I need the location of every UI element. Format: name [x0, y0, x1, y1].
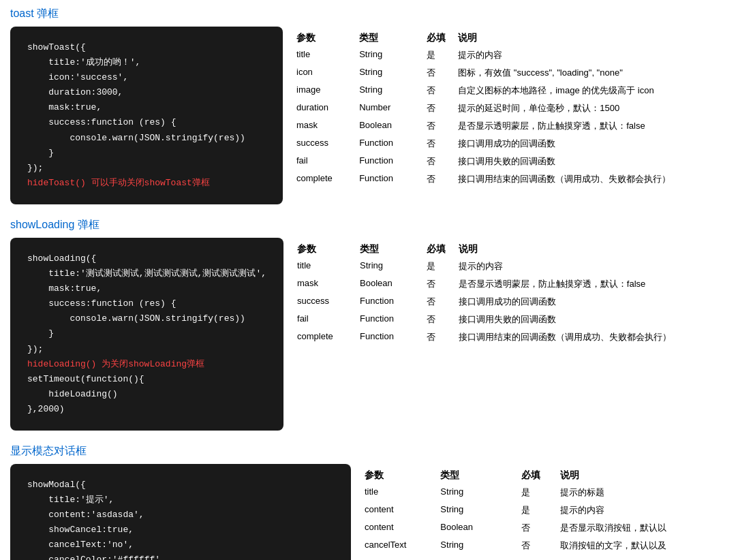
table-row: cancelText String 否 取消按钮的文字，默认以及: [365, 537, 728, 555]
param-type: String: [440, 484, 521, 501]
table-row: title String 是 提示的内容: [296, 46, 728, 64]
loading-settimeout-3: },2000): [27, 402, 266, 417]
param-name: cancelText: [365, 537, 440, 555]
toast-code-line-1: showToast({: [27, 40, 266, 55]
param-required: 否: [427, 328, 459, 346]
param-desc: 接口调用结束的回调函数（调用成功、失败都会执行）: [459, 328, 728, 346]
loading-code-line-1: showLoading({: [27, 251, 266, 266]
param-desc: 提示的标题: [560, 484, 728, 501]
param-name: content: [365, 501, 440, 519]
loading-code-block: showLoading({ title:'测试测试测试,测试测试测试,测试测试测…: [10, 238, 283, 431]
toast-code-line-6: success:function (res) {: [27, 115, 266, 130]
param-desc: 是否显示取消按钮，默认以: [560, 519, 728, 537]
table-row: title String 是 提示的标题: [365, 484, 728, 501]
param-name: mask: [297, 275, 360, 293]
param-type: Boolean: [359, 117, 426, 135]
param-desc: 接口调用失败的回调函数: [459, 311, 728, 328]
modal-col-type: 类型: [440, 467, 521, 484]
toast-code-line-8: }: [27, 146, 266, 161]
param-required: 否: [521, 537, 559, 555]
modal-code-line-4: showCancel:true,: [27, 523, 334, 538]
param-desc: 是否显示透明蒙层，防止触摸穿透，默认：false: [458, 117, 728, 135]
table-row: mask Boolean 否 是否显示透明蒙层，防止触摸穿透，默认：false: [297, 275, 728, 293]
modal-section: 显示模态对话框 showModal({ title:'提示', content:…: [10, 444, 728, 560]
param-name: duration: [296, 99, 359, 117]
param-required: 否: [427, 293, 459, 311]
param-desc: 提示的内容: [560, 501, 728, 519]
param-desc: 提示的内容: [459, 258, 728, 275]
param-type: Function: [360, 293, 427, 311]
table-row: complete Function 否 接口调用结束的回调函数（调用成功、失败都…: [296, 170, 728, 188]
modal-col-required: 必填: [521, 467, 559, 484]
param-required: 否: [427, 64, 459, 82]
modal-table-area: 参数 类型 必填 说明 title String 是 提示的标题 content: [365, 464, 728, 560]
loading-section: showLoading 弹框 showLoading({ title:'测试测试…: [10, 218, 728, 431]
toast-section: toast 弹框 showToast({ title:'成功的哟！', icon…: [10, 7, 728, 204]
toast-code-line-9: });: [27, 161, 266, 176]
toast-code-block: showToast({ title:'成功的哟！', icon:'success…: [10, 27, 283, 204]
param-type: Function: [359, 153, 426, 170]
modal-code-line-1: showModal({: [27, 478, 334, 493]
param-type: Number: [359, 99, 426, 117]
toast-col-param: 参数: [296, 30, 359, 46]
param-type: Boolean: [360, 275, 427, 293]
param-required: 否: [427, 82, 459, 99]
table-row: fail Function 否 接口调用失败的回调函数: [297, 311, 728, 328]
modal-link[interactable]: 显示模态对话框: [10, 445, 87, 456]
param-type: String: [360, 258, 427, 275]
param-name: title: [296, 46, 359, 64]
param-desc: 提示的内容: [458, 46, 728, 64]
loading-col-type: 类型: [360, 241, 427, 258]
toast-content-row: showToast({ title:'成功的哟！', icon:'success…: [10, 27, 728, 204]
loading-col-param: 参数: [297, 241, 360, 258]
table-row: success Function 否 接口调用成功的回调函数: [296, 135, 728, 153]
loading-col-required: 必填: [427, 241, 459, 258]
modal-section-title[interactable]: 显示模态对话框: [10, 444, 728, 458]
loading-link[interactable]: showLoading 弹框: [10, 219, 99, 230]
modal-content-row: showModal({ title:'提示', content:'asdasda…: [10, 464, 728, 560]
toast-code-line-3: icon:'success',: [27, 70, 266, 85]
param-required: 是: [427, 46, 459, 64]
param-required: 否: [427, 99, 459, 117]
toast-col-desc: 说明: [458, 30, 728, 46]
loading-code-line-6: }: [27, 326, 266, 341]
param-type: Boolean: [440, 519, 521, 537]
param-type: String: [440, 537, 521, 555]
toast-link[interactable]: toast 弹框: [10, 7, 59, 19]
param-name: title: [297, 258, 360, 275]
param-name: fail: [296, 153, 359, 170]
param-required: 是: [521, 484, 559, 501]
modal-code-block: showModal({ title:'提示', content:'asdasda…: [10, 464, 351, 560]
param-type: Function: [360, 311, 427, 328]
param-type: Function: [359, 170, 426, 188]
param-name: icon: [296, 64, 359, 82]
param-desc: 接口调用结束的回调函数（调用成功、失败都会执行）: [458, 170, 728, 188]
table-row: complete Function 否 接口调用结束的回调函数（调用成功、失败都…: [297, 328, 728, 346]
loading-section-title[interactable]: showLoading 弹框: [10, 218, 728, 232]
param-required: 否: [427, 275, 459, 293]
loading-settimeout-1: setTimeout(function(){: [27, 372, 266, 387]
param-desc: 接口调用成功的回调函数: [458, 135, 728, 153]
param-type: String: [359, 46, 426, 64]
param-name: success: [296, 135, 359, 153]
loading-params-table: 参数 类型 必填 说明 title String 是 提示的内容 mask: [297, 241, 728, 346]
toast-section-title[interactable]: toast 弹框: [10, 7, 728, 21]
table-row: title String 是 提示的内容: [297, 258, 728, 275]
param-desc: 取消按钮的文字，默认以及: [560, 537, 728, 555]
loading-code-line-7: });: [27, 342, 266, 357]
table-row: content String 是 提示的内容: [365, 501, 728, 519]
param-type: Function: [359, 135, 426, 153]
param-name: content: [365, 519, 440, 537]
loading-content-row: showLoading({ title:'测试测试测试,测试测试测试,测试测试测…: [10, 238, 728, 431]
toast-hide-note: hideToast() 可以手动关闭showToast弹框: [27, 176, 266, 191]
modal-col-param: 参数: [365, 467, 440, 484]
table-row: image String 否 自定义图标的本地路径，image 的优先级高于 i…: [296, 82, 728, 99]
param-name: title: [365, 484, 440, 501]
modal-code-line-2: title:'提示',: [27, 493, 334, 508]
toast-code-line-5: mask:true,: [27, 100, 266, 115]
param-required: 否: [427, 117, 459, 135]
param-required: 是: [427, 258, 459, 275]
param-desc: 接口调用失败的回调函数: [458, 153, 728, 170]
loading-code-line-2: title:'测试测试测试,测试测试测试,测试测试测试',: [27, 266, 266, 281]
toast-col-type: 类型: [359, 30, 426, 46]
